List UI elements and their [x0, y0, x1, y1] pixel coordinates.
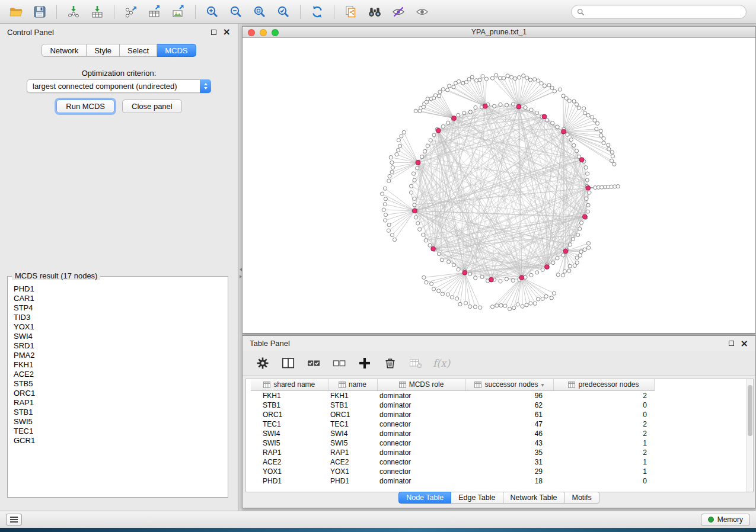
close-panel-button[interactable]: ×: [223, 28, 231, 36]
mcds-result-list[interactable]: PHD1CAR1STP4TID3YOX1SWI4SRD1PMA2FKH1ACE2…: [8, 277, 228, 497]
run-mcds-button[interactable]: Run MCDS: [56, 100, 114, 113]
mcds-result-item[interactable]: FKH1: [14, 360, 228, 370]
trash-icon: [382, 355, 398, 371]
mcds-result-item[interactable]: SRD1: [14, 341, 228, 351]
mcds-button-row: Run MCDS Close panel: [0, 100, 238, 113]
delete-table-icon: [408, 355, 423, 371]
copy-network-button[interactable]: [340, 2, 362, 21]
search-icon: [577, 8, 585, 16]
column-header-predecessor-nodes[interactable]: predecessor nodes: [553, 379, 654, 390]
tab-network[interactable]: Network: [42, 44, 87, 57]
table-row[interactable]: PHD1PHD1dominator180: [251, 476, 654, 486]
network-graph[interactable]: [243, 38, 755, 332]
deselect-all-rows-button[interactable]: [331, 355, 347, 371]
mcds-result-item[interactable]: RAP1: [14, 398, 228, 408]
tab-select[interactable]: Select: [120, 44, 157, 57]
criterion-dropdown[interactable]: largest connected component (undirected): [27, 79, 211, 93]
open-file-button[interactable]: [5, 2, 27, 21]
mcds-result-item[interactable]: YOX1: [14, 322, 228, 332]
delete-column-button[interactable]: [382, 355, 398, 371]
import-network-icon: [66, 4, 81, 20]
plus-icon: [357, 355, 372, 371]
network-canvas[interactable]: [243, 38, 755, 332]
refresh-icon: [310, 4, 325, 20]
memory-button[interactable]: Memory: [701, 514, 750, 526]
create-column-button[interactable]: [356, 355, 373, 371]
zoom-selected-button[interactable]: [272, 2, 295, 21]
table-row[interactable]: ORC1ORC1dominator610: [251, 410, 654, 419]
column-header-mcds-role[interactable]: MCDS role: [377, 379, 465, 390]
table-scrollbar[interactable]: [746, 379, 752, 492]
table-row[interactable]: FKH1FKH1dominator962: [251, 390, 654, 400]
mcds-result-item[interactable]: STB5: [14, 379, 228, 389]
mcds-result-item[interactable]: TEC1: [14, 427, 228, 436]
show-columns-button[interactable]: [280, 355, 296, 371]
close-table-panel-button[interactable]: ×: [741, 340, 748, 347]
maximize-window-icon[interactable]: [272, 29, 279, 36]
mcds-result-item[interactable]: ORC1: [14, 389, 228, 398]
select-all-rows-button[interactable]: [305, 355, 322, 371]
tab-mcds[interactable]: MCDS: [157, 44, 196, 57]
search-input[interactable]: [588, 8, 741, 16]
table-row[interactable]: SWI4SWI4dominator462: [251, 429, 654, 438]
sort-dropdown-icon[interactable]: ▾: [541, 382, 544, 388]
close-panel-button-2[interactable]: Close panel: [122, 100, 182, 113]
function-builder-button: f(x): [433, 355, 450, 371]
close-window-icon[interactable]: [248, 29, 255, 36]
window-controls: [248, 29, 279, 36]
mcds-result-item[interactable]: TID3: [14, 313, 228, 322]
tab-node-table[interactable]: Node Table: [398, 492, 451, 504]
mcds-result-item[interactable]: ACE2: [14, 370, 228, 379]
toggle-graphics-details-button[interactable]: [387, 2, 410, 21]
export-network-icon: [123, 4, 139, 20]
minimize-window-icon[interactable]: [260, 29, 267, 36]
zoom-fit-button[interactable]: [248, 2, 271, 21]
table-settings-button[interactable]: [254, 355, 271, 371]
mcds-result-item[interactable]: GCR1: [14, 436, 228, 446]
network-window-titlebar[interactable]: YPA_prune.txt_1: [243, 27, 755, 38]
import-table-button[interactable]: [86, 2, 109, 21]
show-hide-button[interactable]: [411, 2, 433, 21]
status-menu-button[interactable]: [6, 514, 22, 525]
tab-motifs[interactable]: Motifs: [564, 492, 599, 504]
zoom-out-button[interactable]: [225, 2, 247, 21]
search-box[interactable]: [571, 5, 747, 19]
mcds-result-item[interactable]: PMA2: [14, 351, 228, 360]
column-header-successor-nodes[interactable]: successor nodes▾: [465, 379, 553, 390]
table-row[interactable]: SWI5SWI5connector431: [251, 438, 654, 448]
table-row[interactable]: YOX1YOX1connector291: [251, 467, 654, 476]
table-row[interactable]: RAP1RAP1dominator352: [251, 448, 654, 457]
tab-edge-table[interactable]: Edge Table: [451, 492, 503, 504]
refresh-button[interactable]: [306, 2, 328, 21]
collapse-left-icon[interactable]: [238, 268, 242, 271]
float-table-panel-button[interactable]: [729, 341, 734, 346]
save-button[interactable]: [28, 2, 51, 21]
search-network-button[interactable]: [363, 2, 386, 21]
column-type-icon: [568, 382, 575, 388]
table-row[interactable]: TEC1TEC1connector472: [251, 419, 654, 429]
table-panel: Table Panel ×: [242, 335, 756, 508]
column-header-name[interactable]: name: [328, 379, 377, 390]
tab-network-table[interactable]: Network Table: [503, 492, 565, 504]
export-network-button[interactable]: [120, 2, 142, 21]
tab-style[interactable]: Style: [87, 44, 120, 57]
float-panel-button[interactable]: [211, 30, 216, 35]
select-all-checkboxes-icon: [306, 355, 321, 371]
mcds-result-item[interactable]: SWI4: [14, 332, 228, 341]
export-image-button[interactable]: [167, 2, 190, 21]
zoom-in-button[interactable]: [201, 2, 224, 21]
toolbar-separator: [300, 5, 301, 19]
mcds-result-item[interactable]: STB1: [14, 408, 228, 417]
status-bar: Memory: [0, 511, 756, 528]
mcds-result-item[interactable]: CAR1: [14, 294, 228, 303]
table-row[interactable]: ACE2ACE2connector311: [251, 457, 654, 467]
scrollbar-thumb[interactable]: [748, 385, 752, 436]
mcds-result-item[interactable]: SWI5: [14, 417, 228, 427]
export-table-button[interactable]: [143, 2, 166, 21]
toggle-graphics-details-icon: [391, 4, 406, 20]
table-row[interactable]: STB1STB1dominator620: [251, 400, 654, 410]
mcds-result-item[interactable]: PHD1: [14, 284, 228, 294]
column-header-shared-name[interactable]: shared name: [251, 379, 328, 390]
import-network-button[interactable]: [62, 2, 85, 21]
mcds-result-item[interactable]: STP4: [14, 303, 228, 313]
